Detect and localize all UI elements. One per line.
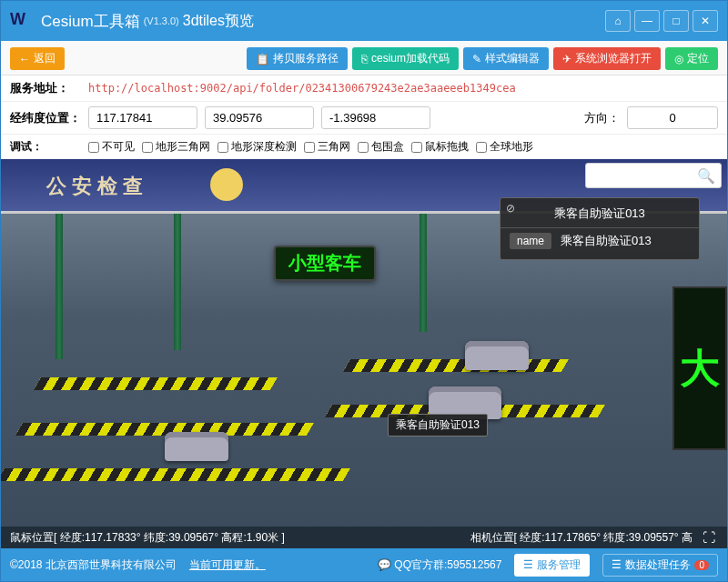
chk-terrain-tri[interactable]: 地形三角网 xyxy=(142,139,210,155)
dir-input[interactable] xyxy=(627,106,718,129)
status-bar: 鼠标位置[ 经度:117.17833° 纬度:39.09567° 高程:1.90… xyxy=(1,527,727,548)
pole xyxy=(56,214,63,359)
open-browser-button[interactable]: ✈系统浏览器打开 xyxy=(553,47,661,70)
camera-position: 相机位置[ 经度:117.17865° 纬度:39.09557° 高 xyxy=(470,530,693,546)
tasks-icon: ☰ xyxy=(612,558,622,571)
copy-icon: 📋 xyxy=(256,53,269,65)
app-title: Cesium工具箱 xyxy=(41,11,140,32)
canopy-emblem xyxy=(210,168,243,201)
fullscreen-icon[interactable]: ⛶ xyxy=(700,528,718,547)
locate-button[interactable]: ◎定位 xyxy=(665,47,718,70)
tooltip-close-icon[interactable]: ⊘ xyxy=(506,202,522,218)
app-subtitle: 3dtiles预览 xyxy=(183,12,254,31)
car-model xyxy=(165,432,228,461)
qq-group[interactable]: 💬 QQ官方群:595512567 xyxy=(378,557,501,573)
chk-global-terrain[interactable]: 全球地形 xyxy=(476,139,533,155)
pole xyxy=(174,214,181,350)
tooltip-value: 乘客自助验证013 xyxy=(561,233,690,249)
coords-row: 经纬度位置： 方向： xyxy=(1,102,727,135)
back-button[interactable]: ←返回 xyxy=(10,47,65,70)
service-url: http://localhost:9002/api/folder/0234130… xyxy=(88,82,516,95)
data-tasks-button[interactable]: ☰数据处理任务0 xyxy=(602,554,718,577)
style-icon: ✎ xyxy=(472,53,481,65)
style-editor-button[interactable]: ✎样式编辑器 xyxy=(463,47,549,70)
cesium-viewport[interactable]: 公安检查 小型客车 大 🔍 ⊘ 乘客自助验证013 name 乘客自助验证013… xyxy=(1,159,727,548)
titlebar: W Cesium工具箱 (V1.3.0) 3dtiles预览 ⌂ — □ ✕ xyxy=(1,1,727,41)
load-code-button[interactable]: ⎘cesium加载代码 xyxy=(352,47,459,70)
chk-tri[interactable]: 三角网 xyxy=(304,139,350,155)
search-icon: 🔍 xyxy=(697,167,715,185)
chk-bbox[interactable]: 包围盒 xyxy=(358,139,404,155)
copy-path-button[interactable]: 📋拷贝服务路径 xyxy=(247,47,348,70)
service-row: 服务地址： http://localhost:9002/api/folder/0… xyxy=(1,75,727,102)
feature-tooltip: ⊘ 乘客自助验证013 name 乘客自助验证013 xyxy=(500,197,700,260)
hazard-strip xyxy=(1,468,350,481)
geocoder-search[interactable]: 🔍 xyxy=(585,163,722,188)
service-mgmt-button[interactable]: ☰服务管理 xyxy=(514,554,590,577)
dir-label: 方向： xyxy=(584,110,620,126)
lane-sign: 小型客车 xyxy=(274,246,376,281)
hazard-strip xyxy=(343,359,569,372)
app-version: (V1.3.0) xyxy=(144,15,179,26)
code-icon: ⎘ xyxy=(361,53,368,65)
app-logo: W xyxy=(10,10,32,32)
target-icon: ◎ xyxy=(674,53,683,65)
side-sign: 大 xyxy=(672,286,727,450)
tooltip-key: name xyxy=(510,233,551,249)
toolbar: ←返回 📋拷贝服务路径 ⎘cesium加载代码 ✎样式编辑器 ✈系统浏览器打开 … xyxy=(1,41,727,75)
pole xyxy=(420,214,427,332)
maximize-button[interactable]: □ xyxy=(663,10,689,32)
close-button[interactable]: ✕ xyxy=(693,10,718,32)
chk-terrain-depth[interactable]: 地形深度检测 xyxy=(217,139,297,155)
lon-input[interactable] xyxy=(88,106,197,129)
tooltip-title: 乘客自助验证013 xyxy=(500,204,699,228)
qq-icon: 💬 xyxy=(378,558,391,571)
arrow-left-icon: ← xyxy=(19,53,30,65)
copyright: ©2018 北京西部世界科技有限公司 xyxy=(10,557,177,573)
chk-invisible[interactable]: 不可见 xyxy=(88,139,135,155)
hazard-strip xyxy=(15,423,314,436)
update-notice[interactable]: 当前可用更新。 xyxy=(189,557,266,573)
minimize-button[interactable]: — xyxy=(634,10,660,32)
list-icon: ☰ xyxy=(523,558,533,571)
lat-input[interactable] xyxy=(205,106,314,129)
tasks-badge: 0 xyxy=(694,560,709,570)
send-icon: ✈ xyxy=(562,53,571,65)
home-button[interactable]: ⌂ xyxy=(605,10,631,32)
canopy-text: 公安检查 xyxy=(46,173,148,200)
debug-row: 调试： 不可见 地形三角网 地形深度检测 三角网 包围盒 鼠标拖拽 全球地形 xyxy=(1,135,727,159)
debug-label: 调试： xyxy=(10,139,81,155)
coords-label: 经纬度位置： xyxy=(10,110,81,126)
mouse-position: 鼠标位置[ 经度:117.17833° 纬度:39.09567° 高程:1.90… xyxy=(10,530,285,546)
footer: ©2018 北京西部世界科技有限公司 当前可用更新。 💬 QQ官方群:59551… xyxy=(1,548,727,581)
pick-label: 乘客自助验证013 xyxy=(388,414,488,436)
car-model xyxy=(465,341,529,370)
service-label: 服务地址： xyxy=(10,80,81,96)
chk-mouse-drag[interactable]: 鼠标拖拽 xyxy=(411,139,469,155)
alt-input[interactable] xyxy=(321,106,430,129)
hazard-strip xyxy=(34,377,278,390)
